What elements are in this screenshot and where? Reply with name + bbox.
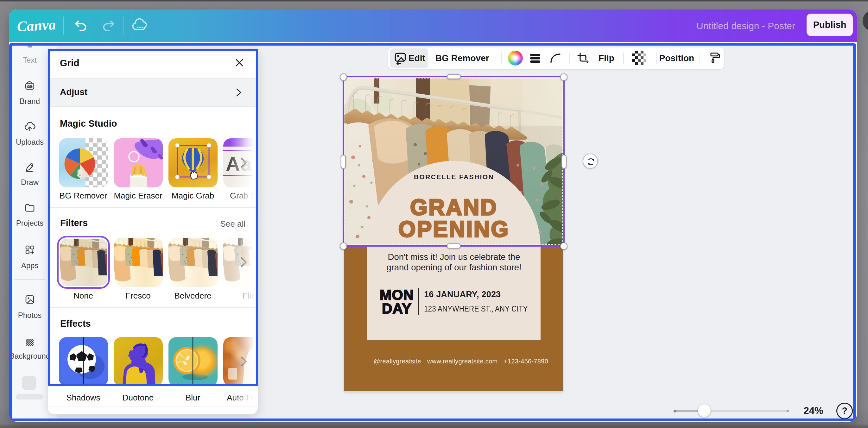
svg-text:co: co [27,84,33,89]
svg-text:Canva: Canva [17,17,56,34]
